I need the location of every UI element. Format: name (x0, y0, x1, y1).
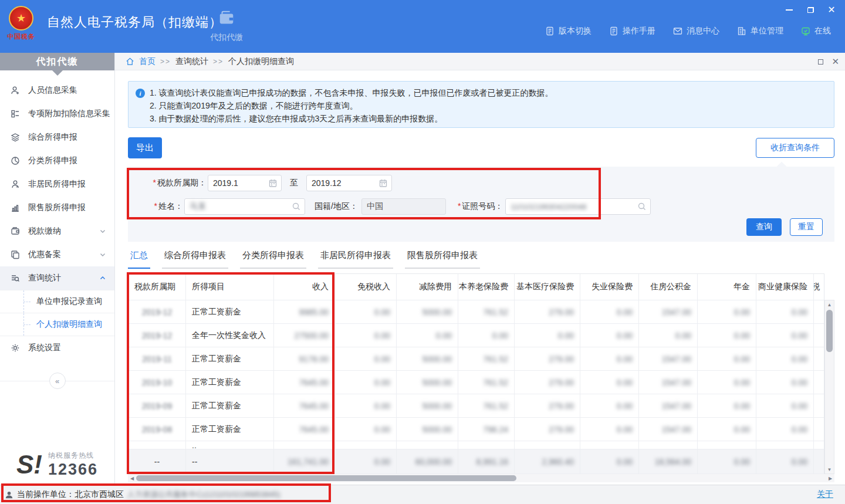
table-cell: 2019-08 (129, 418, 186, 441)
calendar-icon[interactable] (268, 178, 278, 188)
table-cell: 798.24 (458, 418, 515, 441)
nationality-label: 国籍/地区： (315, 201, 358, 212)
search-button[interactable]: 查询 (746, 218, 782, 236)
header-menu-label: 版本切换 (559, 26, 592, 36)
tab-item[interactable]: 限售股所得申报表 (405, 250, 480, 269)
breadcrumb-home[interactable]: 首页 (139, 56, 156, 67)
header-menu: 版本切换操作手册消息中心单位管理在线 (545, 26, 831, 36)
panel-restore-icon[interactable] (818, 59, 823, 65)
minimize-button[interactable] (782, 4, 797, 16)
sidebar-item-label: 人员信息采集 (28, 85, 106, 96)
sidebar-subitem[interactable]: 单位申报记录查询 (0, 290, 114, 313)
collapse-query-button[interactable]: 收折查询条件 (756, 138, 834, 158)
search-icon[interactable] (292, 202, 301, 211)
sidebar-item[interactable]: 人员信息采集 (0, 79, 114, 102)
sidebar-collapse-button[interactable]: « (49, 373, 66, 389)
sidebar-item[interactable]: 税款缴纳 (0, 219, 114, 243)
tab-item[interactable]: 分类所得申报表 (240, 250, 306, 269)
top-nav-item-daikoudaijiao[interactable]: 代扣代缴 (204, 9, 249, 48)
sidebar-item[interactable]: 优惠备案 (0, 243, 114, 266)
person-add-icon (11, 86, 21, 95)
table-cell: 7645.00 (274, 371, 335, 394)
close-button[interactable]: ✕ (824, 4, 839, 16)
tab-active[interactable]: 汇总 (128, 250, 150, 269)
sidebar-item[interactable]: 限售股所得申报 (0, 196, 114, 219)
id-input[interactable]: 110102199304220048 (505, 198, 651, 215)
header-menu-item[interactable]: 版本切换 (545, 26, 592, 36)
table-row: 2019-10正常工资薪金7645.000.005000.00761.52279… (129, 371, 824, 394)
sidebar-menu: 人员信息采集专项附加扣除信息采集综合所得申报分类所得申报非居民所得申报限售股所得… (0, 79, 114, 360)
table-cell: 0.00 (335, 371, 397, 394)
table-cell: 0.00 (580, 449, 639, 474)
table-cell: -- (129, 449, 186, 474)
restore-button[interactable] (803, 4, 818, 16)
scroll-down-icon[interactable]: ▼ (825, 465, 834, 473)
header-menu-item[interactable]: 操作手册 (609, 26, 655, 36)
header-menu-item[interactable]: 单位管理 (737, 26, 783, 36)
table-cell (814, 449, 824, 474)
calendar-icon[interactable] (378, 178, 388, 188)
sidebar-item-label: 非居民所得申报 (28, 179, 106, 190)
period-from-input[interactable]: 2019.1 (208, 175, 282, 191)
tab-item[interactable]: 非居民所得申报表 (318, 250, 393, 269)
sidebar-item-label: 查询统计 (28, 273, 99, 283)
vertical-scrollbar[interactable]: ▲ ▼ (824, 300, 834, 474)
table-cell: 0.00 (698, 418, 756, 441)
sidebar-item[interactable]: 分类所得申报 (0, 149, 114, 172)
sidebar-item-label: 优惠备案 (28, 249, 99, 260)
table-cell: 0.00 (756, 418, 814, 441)
table-cell: 0.00 (335, 300, 397, 324)
header-menu-item[interactable]: 在线 (801, 26, 831, 36)
table-cell: 5000.00 (397, 418, 458, 441)
hscroll-thumb[interactable] (136, 475, 516, 481)
about-link[interactable]: 关于 (817, 489, 833, 500)
sidebar-item[interactable]: 查询统计 (0, 266, 114, 290)
copy-icon (11, 250, 21, 259)
table-cell: 9178.00 (274, 347, 335, 371)
doc-icon (545, 26, 555, 36)
sidebar-item[interactable]: 综合所得申报 (0, 126, 114, 149)
name-input[interactable]: 马某 (184, 198, 305, 215)
table-cell: 5000.00 (397, 347, 458, 371)
table-row: .. (129, 441, 824, 449)
column-header: 收入 (274, 274, 335, 300)
sidebar-item[interactable]: 系统设置 (0, 336, 114, 360)
scroll-right-icon[interactable]: ▶ (826, 476, 834, 481)
table-cell (814, 394, 824, 418)
table-cell: 279.00 (515, 347, 580, 371)
emblem-caption: 中国税务 (7, 32, 35, 41)
home-icon[interactable] (126, 57, 134, 66)
header-menu-item[interactable]: 消息中心 (673, 26, 719, 36)
table-row: 2019-12全年一次性奖金收入27500.000.000.000.000.00… (129, 324, 824, 347)
table-cell (129, 441, 186, 449)
table-cell: 761.52 (458, 347, 515, 371)
export-button[interactable]: 导出 (128, 137, 162, 158)
to-label: 至 (290, 178, 298, 188)
sidebar-subitem[interactable]: 个人扣缴明细查询 (0, 313, 114, 336)
table-cell: -- (186, 449, 274, 474)
panel-close-icon[interactable]: ✕ (832, 56, 839, 67)
scroll-up-icon[interactable]: ▲ (825, 300, 834, 309)
period-to-input[interactable]: 2019.12 (306, 175, 392, 191)
table-cell: 9985.00 (274, 300, 335, 324)
table-cell: 0.00 (756, 324, 814, 347)
column-header: 商业健康保险 (756, 274, 814, 300)
horizontal-scrollbar[interactable]: ◀ ▶ (128, 474, 834, 482)
table-cell (274, 441, 335, 449)
column-header: 税 (814, 274, 824, 300)
table-cell: 1547.00 (639, 418, 698, 441)
vscroll-thumb[interactable] (826, 310, 833, 352)
table-cell (397, 441, 458, 449)
sidebar-item[interactable]: 专项附加扣除信息采集 (0, 102, 114, 126)
sidebar-item[interactable]: 非居民所得申报 (0, 172, 114, 196)
reset-button[interactable]: 重置 (790, 218, 823, 236)
table-cell: 5000.00 (397, 394, 458, 418)
query-row-person: *姓名： 马某 国籍/地区： 中国 *证照号码： 110102199304220… (128, 198, 834, 215)
search-icon[interactable] (637, 202, 647, 211)
breadcrumb-separator: >> (160, 57, 171, 66)
scroll-left-icon[interactable]: ◀ (128, 476, 136, 481)
tab-item[interactable]: 综合所得申报表 (162, 250, 228, 269)
sidebar-collapse-row: « (0, 373, 114, 389)
query-buttons: 查询 重置 (746, 218, 823, 236)
table-cell (515, 441, 580, 449)
